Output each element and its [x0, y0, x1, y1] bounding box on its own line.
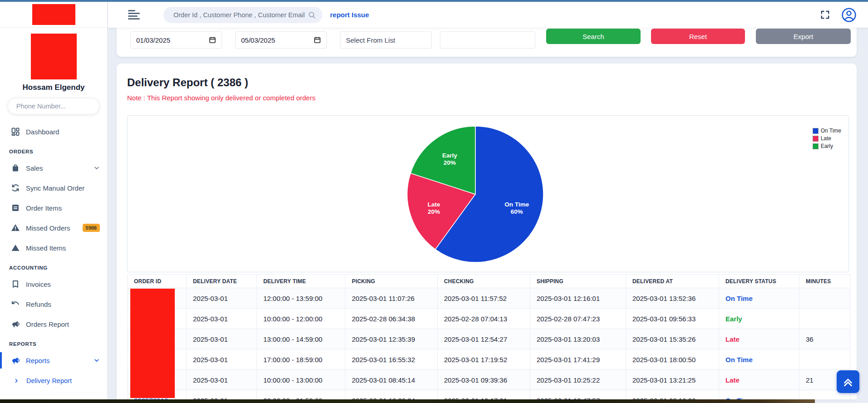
page-title: Delivery Report ( 2386 ) — [127, 76, 857, 89]
filter-text-input[interactable] — [440, 31, 535, 49]
fullscreen-icon[interactable] — [820, 10, 830, 20]
global-search — [163, 7, 322, 23]
order-id-redaction — [130, 289, 175, 398]
nav-section-header: REPORTS — [0, 334, 107, 350]
delivery-status-badge: On Time — [725, 356, 753, 364]
sidebar-item-dashboard[interactable]: Dashboard — [0, 122, 107, 142]
cell-delivered-at: 2025-03-01 09:56:33 — [626, 309, 719, 329]
report-issue-link[interactable]: report Issue — [330, 11, 369, 19]
sidebar-item-orders-report[interactable]: Orders Report — [0, 314, 107, 334]
column-header-delivered-at: DELIVERED AT — [626, 275, 719, 288]
cell-delivery-date: 2025-03-01 — [187, 390, 257, 400]
cell-picking: 2025-03-01 12:35:39 — [345, 329, 438, 349]
legend-item-on-time[interactable]: On Time — [813, 128, 841, 134]
cell-minutes — [799, 288, 850, 309]
menu-icon[interactable] — [128, 9, 140, 21]
sidebar-item-refunds[interactable]: Refunds — [0, 294, 107, 314]
chevron-down-icon — [94, 165, 100, 171]
sidebar-item-label: Order Items — [26, 204, 62, 212]
user-avatar-icon[interactable] — [841, 7, 857, 23]
sidebar-nav: DashboardORDERSSalesSync Manual OrderOrd… — [0, 122, 107, 391]
sidebar-item-label: Dashboard — [26, 128, 59, 136]
table-row: 2025-03-0110:00:00 - 13:00:002025-03-01 … — [128, 370, 850, 390]
search-button[interactable]: Search — [546, 29, 641, 44]
cell-minutes — [799, 309, 850, 329]
reports-icon — [11, 319, 20, 329]
column-header-delivery-date: DELIVERY DATE — [187, 275, 257, 288]
search-icon[interactable] — [308, 11, 316, 19]
cell-status: Late — [719, 370, 799, 390]
calendar-icon[interactable] — [314, 36, 321, 44]
sidebar-item-label: Missed Items — [26, 244, 66, 252]
sidebar-item-label: Orders Report — [26, 320, 69, 328]
sidebar-item-label: Delivery Report — [26, 377, 72, 384]
list-select[interactable]: Select From List — [340, 31, 432, 49]
search-input[interactable] — [173, 11, 308, 19]
cell-checking: 2025-03-01 09:39:36 — [438, 370, 530, 390]
delivery-table-container: ORDER IDDELIVERY DATEDELIVERY TIMEPICKIN… — [127, 274, 850, 399]
sidebar-item-invoices[interactable]: Invoices — [0, 274, 107, 294]
cell-delivery-time: 10:00:00 - 12:00:00 — [257, 309, 345, 329]
sidebar-item-label: Sync Manual Order — [26, 184, 84, 192]
date-to-input[interactable] — [235, 31, 327, 49]
sidebar-item-missed-items[interactable]: Missed Items — [0, 238, 107, 258]
order-items-icon — [11, 203, 20, 212]
cell-shipping: 2025-03-01 13:20:03 — [530, 329, 626, 349]
legend-label: Late — [821, 135, 831, 142]
legend-label: Early — [821, 143, 833, 149]
cell-delivered-at: 2025-03-01 20:10:08 — [626, 390, 719, 400]
cell-shipping: 2025-03-01 10:25:22 — [530, 370, 626, 390]
pie-slice-label: Late20% — [428, 201, 440, 215]
delivery-table: ORDER IDDELIVERY DATEDELIVERY TIMEPICKIN… — [127, 274, 850, 399]
cell-delivery-time: 13:00:00 - 14:59:00 — [257, 329, 345, 349]
sidebar-item-missed-orders[interactable]: Missed Orders5988 — [0, 218, 107, 238]
date-from-input[interactable] — [130, 31, 222, 49]
sidebar-item-sync-manual-order[interactable]: Sync Manual Order — [0, 178, 107, 198]
sidebar-item-label: Sales — [26, 164, 43, 172]
chart-legend: On TimeLateEarly — [813, 128, 841, 151]
count-badge: 5988 — [83, 224, 100, 232]
cell-delivered-at: 2025-03-01 13:52:36 — [626, 288, 719, 309]
date-from-value[interactable] — [136, 36, 195, 44]
report-note: Note : This Report showing only delivere… — [127, 94, 857, 102]
legend-item-early[interactable]: Early — [813, 143, 841, 149]
phone-number-input[interactable] — [8, 98, 99, 114]
cell-delivery-date: 2025-03-01 — [187, 309, 257, 329]
calendar-icon[interactable] — [209, 36, 216, 44]
dashboard-icon — [11, 127, 20, 136]
legend-item-late[interactable]: Late — [813, 135, 841, 142]
cell-shipping: 2025-03-01 17:41:29 — [530, 349, 626, 370]
cell-shipping: 2025-03-01 12:16:01 — [530, 288, 626, 309]
sidebar: Hossam Elgendy DashboardORDERSSalesSync … — [0, 2, 108, 399]
sidebar-item-label: Reports — [26, 357, 50, 364]
sales-icon — [11, 163, 20, 172]
sidebar-item-sales[interactable]: Sales — [0, 158, 107, 178]
date-to-value[interactable] — [241, 36, 300, 44]
table-row: 2025-03-0112:00:00 - 13:59:002025-03-01 … — [128, 288, 850, 309]
topbar: report Issue — [108, 2, 868, 28]
avatar — [31, 34, 77, 79]
sidebar-item-reports[interactable]: Reports — [0, 350, 107, 370]
table-row: 2025-03-0110:00:00 - 12:00:002025-02-28 … — [128, 309, 850, 329]
delivery-status-badge: Late — [725, 335, 740, 343]
scroll-to-top-button[interactable] — [837, 370, 859, 393]
column-header-shipping: SHIPPING — [530, 275, 626, 288]
legend-swatch — [813, 136, 819, 142]
filter-text-value[interactable] — [446, 36, 505, 44]
cell-checking: 2025-03-01 11:57:52 — [438, 288, 530, 309]
cell-delivered-at: 2025-03-01 13:21:25 — [626, 370, 719, 390]
column-header-minutes: MINUTES — [799, 275, 850, 288]
sidebar-item-order-items[interactable]: Order Items — [0, 198, 107, 218]
table-header-row: ORDER IDDELIVERY DATEDELIVERY TIMEPICKIN… — [128, 275, 850, 288]
reset-button[interactable]: Reset — [651, 29, 745, 44]
export-button[interactable]: Export — [756, 29, 851, 44]
cell-status: On Time — [719, 390, 799, 400]
cell-delivery-date: 2025-03-01 — [187, 349, 257, 370]
company-logo — [32, 4, 75, 25]
sidebar-item-delivery-report[interactable]: Delivery Report — [0, 370, 107, 391]
sidebar-item-label: Missed Orders — [26, 224, 70, 232]
cell-picking: 2025-02-28 06:34:38 — [345, 309, 438, 329]
window-top-accent — [0, 0, 868, 2]
table-row: 0005789182025-03-0120:00:00 - 21:59:0020… — [128, 390, 850, 400]
cell-status: On Time — [719, 349, 799, 370]
